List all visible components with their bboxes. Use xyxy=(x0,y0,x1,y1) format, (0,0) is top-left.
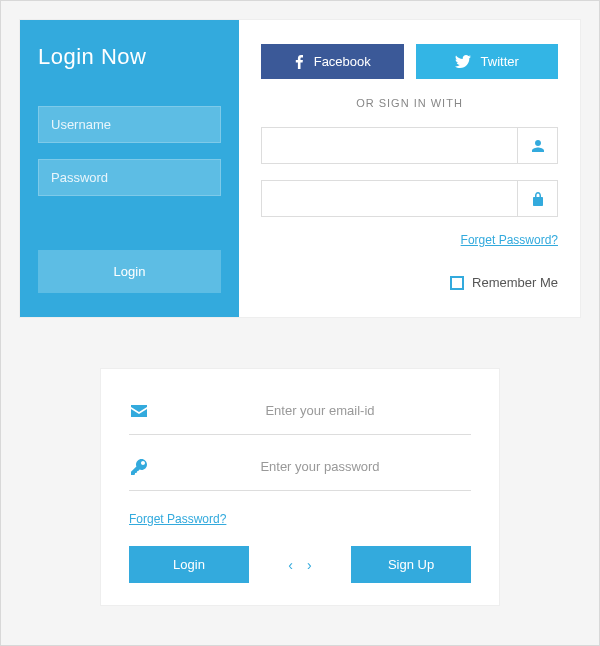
username-field-row xyxy=(261,127,558,164)
twitter-button[interactable]: Twitter xyxy=(416,44,559,79)
facebook-label: Facebook xyxy=(314,54,371,69)
pager: ‹ › xyxy=(284,553,315,577)
key-icon xyxy=(129,459,149,475)
right-username-input[interactable] xyxy=(261,127,518,164)
remember-me-row: Remember Me xyxy=(261,275,558,290)
twitter-label: Twitter xyxy=(481,54,519,69)
login-button[interactable]: Login xyxy=(38,250,221,293)
prev-icon[interactable]: ‹ xyxy=(284,553,297,577)
user-icon xyxy=(518,127,558,164)
remember-me-checkbox[interactable] xyxy=(450,276,464,290)
email-input[interactable] xyxy=(169,397,471,424)
mail-icon xyxy=(129,405,149,417)
email-field xyxy=(129,397,471,435)
lock-icon xyxy=(518,180,558,217)
login-card-dual: Login Now Login Facebook Twitter OR SIGN… xyxy=(19,19,581,318)
login-card-simple: Forget Password? Login ‹ › Sign Up xyxy=(100,368,500,606)
password-field-row xyxy=(261,180,558,217)
action-button-row: Login ‹ › Sign Up xyxy=(129,546,471,583)
login-right-panel: Facebook Twitter OR SIGN IN WITH Forget … xyxy=(239,20,580,317)
forget-password-link[interactable]: Forget Password? xyxy=(261,233,558,247)
next-icon[interactable]: › xyxy=(303,553,316,577)
login-left-panel: Login Now Login xyxy=(20,20,239,317)
password-field xyxy=(129,453,471,491)
facebook-button[interactable]: Facebook xyxy=(261,44,404,79)
divider-text: OR SIGN IN WITH xyxy=(261,97,558,109)
twitter-icon xyxy=(455,55,471,68)
forget-password-link-2[interactable]: Forget Password? xyxy=(129,512,226,526)
signup-button[interactable]: Sign Up xyxy=(351,546,471,583)
remember-me-label: Remember Me xyxy=(472,275,558,290)
login-button-2[interactable]: Login xyxy=(129,546,249,583)
social-buttons: Facebook Twitter xyxy=(261,44,558,79)
password-input[interactable] xyxy=(38,159,221,196)
login-title: Login Now xyxy=(38,44,221,70)
password-input-2[interactable] xyxy=(169,453,471,480)
right-password-input[interactable] xyxy=(261,180,518,217)
username-input[interactable] xyxy=(38,106,221,143)
facebook-icon xyxy=(294,55,304,69)
